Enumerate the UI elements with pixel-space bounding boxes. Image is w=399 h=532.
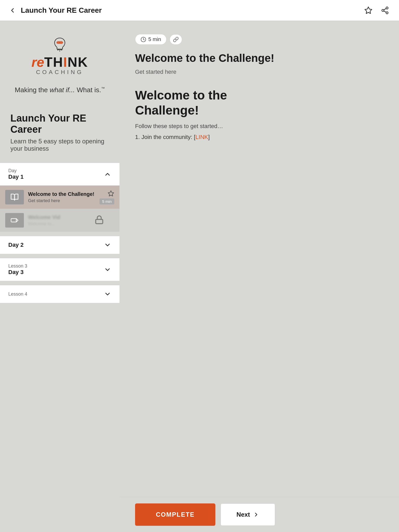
top-nav: Launch Your RE Career	[0, 0, 399, 21]
bottom-bar: COMPLETE Next	[119, 497, 399, 532]
content-body-text: Follow these steps to get started…	[135, 123, 383, 130]
nav-title: Launch Your RE Career	[21, 6, 102, 15]
lesson-1-info: Welcome to the Challenge! Get started he…	[28, 191, 95, 203]
lesson-1-star-icon[interactable]	[108, 190, 114, 197]
tagline-tm: ™	[101, 86, 105, 90]
svg-point-7	[59, 41, 63, 44]
course-info: Launch Your RE Career Learn the 5 easy s…	[0, 104, 119, 158]
right-content: 5 min Welcome to the Challenge! Get star…	[119, 21, 399, 532]
re-text: re	[31, 54, 44, 70]
content-step-1: 1. Join the community: [LINK]	[135, 134, 383, 141]
day-3-section: Lesson 3 Day 3	[0, 258, 119, 281]
lesson-1-meta: 5 min	[99, 190, 114, 204]
day-3-chevron-down-icon	[104, 266, 111, 273]
content-section-title: Welcome to the Challenge!	[135, 88, 383, 118]
left-sidebar: re THINK COACHING Making the what if... …	[0, 21, 119, 532]
next-button[interactable]: Next	[221, 503, 275, 526]
bookmark-button[interactable]	[363, 5, 374, 16]
rethink-wordmark: re THINK	[31, 54, 88, 70]
coaching-text: COACHING	[36, 69, 84, 76]
next-chevron-icon	[253, 511, 259, 518]
link-icon	[173, 37, 179, 42]
think-text: THINK	[44, 54, 88, 70]
rethink-logo: re THINK COACHING	[31, 37, 88, 76]
bulb-brain-icon	[52, 37, 68, 52]
nav-left: Launch Your RE Career	[8, 6, 102, 15]
svg-line-4	[384, 11, 386, 12]
svg-marker-0	[365, 7, 372, 13]
svg-rect-14	[11, 218, 16, 222]
content-subheadline: Get started here	[135, 69, 383, 75]
day-2-section: Day 2	[0, 236, 119, 254]
lesson-1-thumb	[5, 190, 24, 204]
svg-marker-15	[16, 218, 18, 222]
lesson-item-1[interactable]: Welcome to the Challenge! Get started he…	[0, 185, 119, 209]
day-3-header[interactable]: Lesson 3 Day 3	[0, 258, 119, 281]
day-1-header[interactable]: Day Day 1	[0, 163, 119, 185]
course-subtitle: Learn the 5 easy steps to opening your b…	[10, 138, 109, 152]
svg-marker-13	[108, 191, 114, 196]
lock-icon	[95, 215, 104, 225]
svg-line-5	[384, 8, 386, 10]
day-3-label: Lesson 3	[8, 263, 27, 269]
complete-button[interactable]: COMPLETE	[135, 503, 215, 526]
step-1-link[interactable]: LINK	[195, 134, 208, 140]
lesson-1-duration: 5 min	[99, 198, 114, 204]
day-2-header-text: Day 2	[8, 242, 24, 248]
lesson-list: Day Day 1	[0, 163, 119, 303]
lesson-item-2[interactable]: Welcome Vid Welcome to...	[0, 209, 119, 232]
day-4-section: Lesson 4	[0, 285, 119, 303]
logo-area: re THINK COACHING Making the what if... …	[0, 21, 119, 104]
lesson-1-desc: Get started here	[28, 198, 95, 203]
day-3-header-text: Lesson 3 Day 3	[8, 263, 27, 276]
day-2-header[interactable]: Day 2	[0, 236, 119, 254]
main-layout: re THINK COACHING Making the what if... …	[0, 21, 399, 532]
lesson-1-title: Welcome to the Challenge!	[28, 191, 95, 197]
day-4-header[interactable]: Lesson 4	[0, 285, 119, 303]
day-4-label: Lesson 4	[8, 291, 27, 297]
time-badge: 5 min	[135, 34, 167, 45]
tagline-italic: what if...	[50, 86, 75, 94]
tagline: Making the what if... What is.™	[15, 86, 105, 94]
content-meta: 5 min	[135, 34, 383, 45]
day-4-chevron-down-icon	[104, 290, 111, 298]
day-2-name: Day 2	[8, 242, 24, 248]
svg-rect-16	[96, 220, 103, 224]
day-2-chevron-down-icon	[104, 241, 111, 249]
lesson-2-thumb	[5, 213, 24, 228]
day-1-header-text: Day Day 1	[8, 168, 24, 180]
time-value: 5 min	[148, 36, 161, 42]
share-button[interactable]	[379, 5, 391, 16]
clock-icon	[141, 37, 146, 42]
course-title: Launch Your RE Career	[10, 113, 109, 135]
back-button[interactable]	[8, 6, 17, 15]
day-1-section: Day Day 1	[0, 163, 119, 232]
day-1-name: Day 1	[8, 174, 24, 180]
day-1-chevron-up-icon	[104, 171, 111, 178]
link-badge-button[interactable]	[170, 34, 182, 45]
day-4-header-text: Lesson 4	[8, 291, 27, 297]
content-headline: Welcome to the Challenge!	[135, 52, 383, 64]
nav-right	[363, 5, 391, 16]
day-1-label: Day	[8, 168, 24, 174]
day-3-name: Day 3	[8, 269, 27, 276]
day-1-lessons: Welcome to the Challenge! Get started he…	[0, 185, 119, 232]
